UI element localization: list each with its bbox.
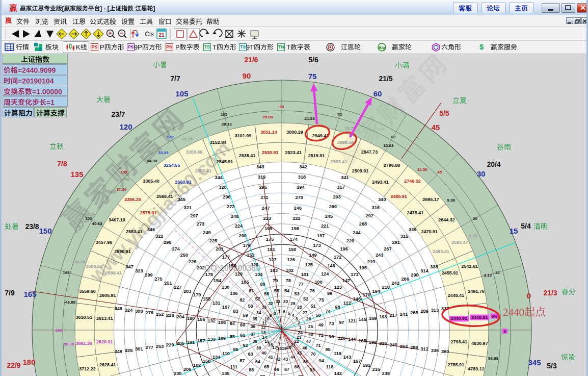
svg-text:338: 338 — [430, 264, 438, 269]
svg-text:3457.96: 3457.96 — [96, 240, 113, 245]
svg-text:120: 120 — [338, 336, 345, 341]
svg-text:67: 67 — [284, 367, 289, 372]
svg-text:218: 218 — [382, 285, 390, 290]
svg-text:75: 75 — [308, 72, 317, 81]
svg-text:264: 264 — [400, 344, 408, 349]
svg-text:43: 43 — [283, 357, 288, 362]
svg-text:45: 45 — [437, 170, 442, 174]
svg-text:1: 1 — [299, 325, 302, 330]
svg-text:2560.91: 2560.91 — [175, 180, 192, 185]
svg-text:2523.41: 2523.41 — [285, 150, 302, 155]
svg-text:204: 204 — [177, 314, 185, 319]
svg-text:37: 37 — [251, 332, 256, 337]
svg-text:3305.40: 3305.40 — [143, 179, 159, 184]
svg-text:273: 273 — [197, 221, 204, 227]
svg-text:228: 228 — [166, 313, 174, 318]
svg-text:59: 59 — [243, 313, 248, 318]
svg-text:9: 9 — [269, 313, 272, 318]
svg-text:147: 147 — [342, 278, 350, 283]
svg-text:2530.91: 2530.91 — [262, 150, 279, 155]
svg-text:56: 56 — [264, 291, 269, 296]
svg-text:267: 267 — [384, 246, 391, 252]
svg-text:24: 24 — [298, 330, 303, 335]
svg-text:4780.12: 4780.12 — [468, 366, 485, 371]
svg-text:99: 99 — [327, 291, 332, 296]
svg-text:127: 127 — [269, 257, 276, 262]
svg-text:167: 167 — [353, 359, 361, 364]
svg-text:3559.66: 3559.66 — [79, 289, 96, 294]
svg-text:30: 30 — [473, 216, 477, 221]
svg-text:266: 266 — [401, 277, 409, 282]
svg-text:23/7: 23/7 — [111, 110, 125, 118]
svg-text:2568.41: 2568.41 — [156, 194, 173, 199]
svg-text:129: 129 — [235, 271, 243, 277]
svg-text:149: 149 — [309, 253, 316, 258]
svg-text:3407.10: 3407.10 — [109, 217, 125, 222]
svg-text:2553.41: 2553.41 — [195, 168, 212, 173]
svg-text:216: 216 — [379, 341, 387, 346]
svg-text:79: 79 — [273, 278, 278, 283]
svg-text:109: 109 — [218, 336, 226, 341]
svg-text:95: 95 — [325, 347, 330, 352]
svg-text:75: 75 — [337, 112, 342, 117]
svg-text:341: 341 — [341, 175, 349, 180]
svg-text:60: 60 — [240, 322, 245, 328]
svg-text:3203.69: 3203.69 — [186, 149, 203, 155]
svg-text:2847.73: 2847.73 — [361, 149, 378, 155]
svg-text:65: 65 — [264, 364, 269, 369]
svg-text:2620.91: 2620.91 — [96, 339, 113, 344]
svg-text:150: 150 — [85, 216, 92, 221]
svg-text:51: 51 — [310, 304, 315, 309]
svg-text:60: 60 — [373, 89, 382, 98]
svg-text:96: 96 — [329, 334, 334, 339]
svg-text:322: 322 — [155, 234, 163, 239]
svg-text:297: 297 — [190, 213, 198, 218]
svg-text:12: 12 — [261, 325, 266, 330]
svg-text:170: 170 — [363, 292, 370, 297]
svg-text:271: 271 — [260, 195, 268, 200]
svg-text:76: 76 — [310, 288, 315, 293]
svg-text:98: 98 — [335, 305, 340, 310]
svg-text:125: 125 — [305, 262, 313, 267]
svg-text:135: 135 — [121, 170, 128, 174]
svg-text:75: 75 — [319, 297, 324, 303]
svg-text:2493.41: 2493.41 — [372, 180, 389, 185]
svg-text:2545.91: 2545.91 — [217, 159, 233, 164]
svg-text:198: 198 — [291, 226, 299, 231]
svg-text:300: 300 — [135, 309, 143, 314]
svg-text:2455.91: 2455.91 — [442, 270, 459, 275]
svg-text:72: 72 — [318, 333, 324, 338]
svg-text:64: 64 — [255, 359, 261, 364]
svg-text:2463.41: 2463.41 — [433, 249, 449, 254]
svg-text:21: 21 — [158, 32, 165, 38]
svg-text:241: 241 — [400, 312, 408, 317]
svg-text:104: 104 — [255, 272, 263, 277]
svg-text:130: 130 — [222, 285, 229, 290]
svg-text:37.50: 37.50 — [116, 187, 127, 192]
svg-text:179: 179 — [193, 292, 201, 297]
svg-text:88: 88 — [249, 367, 254, 372]
svg-text:48: 48 — [308, 332, 313, 337]
svg-text:9.38: 9.38 — [447, 198, 455, 203]
svg-text:301: 301 — [135, 346, 143, 352]
svg-text:20/4: 20/4 — [487, 160, 500, 168]
svg-text:349: 349 — [115, 349, 122, 354]
svg-text:132: 132 — [208, 318, 216, 323]
svg-text:343: 343 — [256, 164, 264, 169]
svg-text:135: 135 — [70, 170, 83, 179]
svg-text:360: 360 — [441, 349, 449, 354]
svg-text:314: 314 — [420, 268, 429, 273]
svg-text:38: 38 — [253, 339, 258, 344]
svg-text:181: 181 — [187, 340, 195, 345]
svg-text:3152.84: 3152.84 — [210, 140, 227, 145]
svg-text:292: 292 — [365, 213, 373, 218]
svg-text:243: 243 — [376, 253, 383, 258]
svg-text:101: 101 — [301, 272, 309, 277]
svg-text:291: 291 — [392, 240, 399, 245]
svg-text:46: 46 — [302, 345, 307, 350]
svg-text:133: 133 — [208, 337, 216, 342]
svg-text:44: 44 — [290, 355, 296, 360]
svg-text:247: 247 — [262, 206, 270, 211]
svg-text:70: 70 — [310, 352, 315, 357]
svg-text:46.88: 46.88 — [65, 300, 76, 305]
